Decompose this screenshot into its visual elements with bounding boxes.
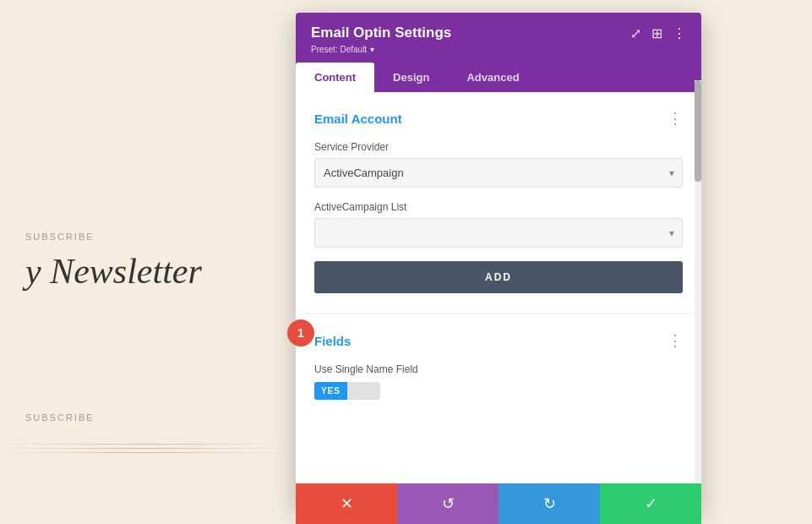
scrollbar-thumb[interactable] xyxy=(695,80,701,182)
activecampaign-list-wrapper: ▾ xyxy=(314,218,683,248)
expand-icon[interactable]: ⤢ xyxy=(630,25,641,41)
newsletter-heading: y Newsletter xyxy=(25,250,262,292)
activecampaign-list-select[interactable] xyxy=(314,218,683,248)
service-provider-wrapper: ActiveCampaign Mailchimp ConvertKit AWeb… xyxy=(314,158,683,188)
background-lines xyxy=(0,440,287,456)
decorative-line xyxy=(0,444,287,445)
preset-label: Preset: Default xyxy=(311,45,367,54)
panel-header-top: Email Optin Settings ⤢ ⊞ ⋮ xyxy=(311,25,686,41)
panel-title: Email Optin Settings xyxy=(311,25,451,41)
fields-section-header: Fields ⋮ xyxy=(314,331,683,350)
redo-icon: ↻ xyxy=(543,494,556,513)
panel-preset[interactable]: Preset: Default ▾ xyxy=(311,45,686,54)
subscribe-label-top: SUBSCRIBE xyxy=(25,232,262,242)
panel-scrollbar xyxy=(695,80,701,511)
save-icon: ✓ xyxy=(645,494,657,513)
redo-button[interactable]: ↻ xyxy=(499,483,600,524)
add-button[interactable]: ADD xyxy=(314,261,683,293)
undo-button[interactable]: ↺ xyxy=(397,483,499,524)
step-badge: 1 xyxy=(287,319,314,347)
panel-footer: ✕ ↺ ↻ ✓ xyxy=(296,483,701,524)
decorative-line xyxy=(0,452,287,453)
undo-icon: ↺ xyxy=(442,494,455,513)
preset-arrow-icon: ▾ xyxy=(370,45,374,54)
use-single-name-label: Use Single Name Field xyxy=(314,363,683,375)
toggle-wrapper: YES xyxy=(314,382,683,400)
fields-title: Fields xyxy=(314,334,351,348)
fields-menu-icon[interactable]: ⋮ xyxy=(668,331,683,350)
tab-design[interactable]: Design xyxy=(374,63,448,92)
panel-header: Email Optin Settings ⤢ ⊞ ⋮ Preset: Defau… xyxy=(296,13,701,63)
tab-advanced[interactable]: Advanced xyxy=(448,63,537,92)
toggle-no[interactable] xyxy=(347,382,380,400)
tab-content[interactable]: Content xyxy=(296,63,374,92)
subscribe-label-bottom: SUBSCRIBE xyxy=(25,412,95,423)
more-icon[interactable]: ⋮ xyxy=(673,25,686,41)
email-account-menu-icon[interactable]: ⋮ xyxy=(668,109,683,128)
cancel-icon: ✕ xyxy=(341,494,353,513)
columns-icon[interactable]: ⊞ xyxy=(651,25,662,41)
save-button[interactable]: ✓ xyxy=(600,483,701,524)
toggle-yes[interactable]: YES xyxy=(314,382,347,400)
panel-tabs: Content Design Advanced xyxy=(296,63,701,92)
decorative-line xyxy=(0,448,287,449)
activecampaign-list-label: ActiveCampaign List xyxy=(314,201,683,213)
email-account-title: Email Account xyxy=(314,112,402,126)
section-divider xyxy=(296,314,701,314)
panel-header-icons: ⤢ ⊞ ⋮ xyxy=(630,25,686,41)
cancel-button[interactable]: ✕ xyxy=(296,483,397,524)
service-provider-select[interactable]: ActiveCampaign Mailchimp ConvertKit AWeb… xyxy=(314,158,683,188)
email-account-section-header: Email Account ⋮ xyxy=(314,109,683,128)
service-provider-label: Service Provider xyxy=(314,141,683,153)
settings-panel: Email Optin Settings ⤢ ⊞ ⋮ Preset: Defau… xyxy=(296,13,701,511)
panel-body: Email Account ⋮ Service Provider ActiveC… xyxy=(296,92,701,511)
